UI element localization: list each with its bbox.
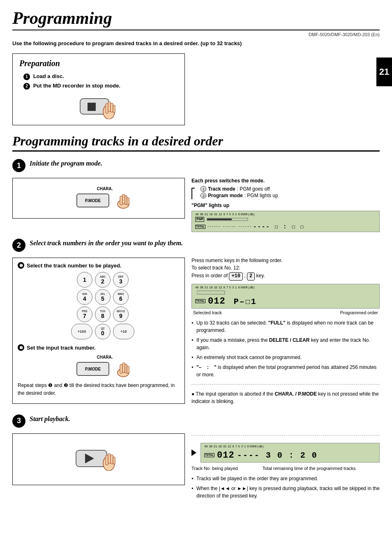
svg-rect-18	[127, 366, 129, 373]
level-meter-svg	[207, 218, 256, 221]
inline-key-2: 2	[247, 272, 255, 281]
svg-rect-8	[120, 196, 122, 205]
key-1[interactable]: 1	[77, 272, 92, 288]
step3-content: 40 30 21 18 15 12 9 7 5 3 1 0 OV	[12, 433, 380, 502]
pmode-button[interactable]: P.MODE	[76, 193, 109, 207]
track-select-text: To select track No. 12:	[191, 265, 380, 271]
play-button-illustration	[18, 438, 180, 479]
play-arrow-small	[191, 449, 196, 456]
key-0[interactable]: QZ 0	[95, 324, 111, 339]
step1-pmode-box: CHARA. P.MODE	[12, 178, 185, 219]
step2-total-label: TOTAL	[195, 299, 205, 303]
substep2-label: ❷ Set the input track number.	[18, 344, 180, 351]
keypad-row-0: 1 ABC 2 DEF 3	[77, 272, 129, 288]
key-6[interactable]: MNO 6	[113, 289, 129, 305]
mode2-num: ②	[201, 193, 206, 198]
svg-rect-19	[197, 291, 225, 294]
bullet-1: Up to 32 tracks can be selected. "FULL" …	[191, 319, 380, 334]
step2-keypad-box: ❶ Select the track number to be played. …	[12, 258, 185, 403]
svg-rect-9	[122, 194, 125, 204]
step2-display: 40 30 21 18 15 12 9 7 5 3 1 0 OVER (dB)	[191, 284, 380, 309]
substep2-pmode-button[interactable]: P.MODE	[76, 362, 109, 376]
step2-level-svg	[197, 290, 226, 295]
mode-switch-heading: Each press switches the mode.	[191, 178, 380, 184]
bullet-2: If you made a mistake, press the DELETE …	[191, 336, 380, 351]
keypad-row-1: GHI 4 JKL 5 MNO 6	[77, 289, 129, 305]
prep-steps: 1 Load a disc. 2 Put the MD recorder in …	[23, 71, 178, 91]
substep1-num: ❶	[18, 262, 24, 269]
prep-step2-num: 2	[23, 83, 30, 90]
substep1-label: ❶ Select the track number to be played.	[18, 262, 180, 269]
bullet-4: "– : " is displayed when the total progr…	[191, 364, 380, 378]
step3-display: 40 30 21 18 15 12 9 7 5 3 1 0 OV	[201, 443, 380, 463]
svg-rect-17	[125, 364, 127, 373]
step3-bullet-2: When the |◄◄ or ►►| key is pressed durin…	[191, 485, 380, 500]
intro-text: Use the following procedure to program d…	[12, 39, 380, 48]
key-2[interactable]: ABC 2	[95, 272, 111, 288]
svg-rect-5	[111, 103, 113, 112]
step3-block: 3 Start playback.	[12, 414, 380, 428]
svg-rect-23	[106, 455, 108, 465]
keypad-row-2: PRS 7 TUV 8 WXY/Z 9	[77, 306, 129, 322]
vertical-bracket	[191, 188, 195, 199]
step3-bullets: Tracks will be played in the order they …	[191, 475, 380, 500]
key-plus100[interactable]: +100	[71, 324, 92, 339]
svg-rect-3	[106, 104, 108, 113]
step2-bullets: Up to 32 tracks can be selected. "FULL" …	[191, 319, 380, 378]
press-text: Press numeric keys in the following orde…	[191, 258, 380, 263]
mode-item-1: ① Track mode : PGM goes off	[201, 186, 278, 192]
key-8[interactable]: TUV 8	[95, 306, 111, 322]
pmode-illustration: CHARA. P.MODE	[30, 187, 180, 209]
step3-top-meter: 40 30 21 18 15 12 9 7 5 3 1 0 OV	[204, 445, 376, 448]
step1-display: 40 30 21 18 15 12 9 7 5 3 1 0 OVER (dB) …	[191, 211, 380, 232]
step1-right: Each press switches the mode. ① Track mo…	[191, 178, 380, 234]
step3-total-label: TOTAL	[204, 453, 214, 457]
page-title: Programming	[12, 8, 380, 30]
page-number: 21	[376, 58, 392, 86]
step1-title: Initiate the program mode.	[30, 158, 102, 167]
svg-rect-15	[120, 364, 122, 373]
substep2-pmode: CHARA. P.MODE	[30, 355, 180, 378]
svg-rect-1	[88, 103, 96, 111]
pmode-label: P.MODE	[85, 198, 101, 203]
svg-rect-13	[207, 219, 232, 220]
stop-button-svg	[72, 94, 125, 119]
step2-left: ❶ Select the track number to be played. …	[12, 258, 185, 409]
substep2-chara-label: CHARA.	[97, 355, 113, 359]
svg-rect-4	[108, 102, 111, 112]
preparation-box: Preparation 1 Load a disc. 2 Put the MD …	[12, 53, 185, 126]
pmode-hand-svg	[113, 192, 133, 209]
step1-left: CHARA. P.MODE	[12, 178, 185, 234]
pgm-indicator: PGM	[195, 217, 204, 222]
key-9[interactable]: WXY/Z 9	[113, 306, 129, 322]
key-4[interactable]: GHI 4	[77, 289, 92, 305]
step1-content: CHARA. P.MODE Each press switches the m	[12, 178, 380, 234]
step2-block: 2 Select track numbers in the order you …	[12, 238, 380, 252]
mode-list: ① Track mode : PGM goes off ② Program mo…	[196, 186, 278, 199]
svg-rect-10	[125, 196, 127, 205]
key-plus10[interactable]: +10	[113, 324, 134, 339]
substep2-num: ❷	[18, 344, 24, 351]
bullet-3: An extremely shot track cannot be progra…	[191, 354, 380, 361]
inline-key-plus10: +10	[229, 272, 243, 281]
bracket-container: ① Track mode : PGM goes off ② Program mo…	[191, 186, 380, 199]
step3-right: 40 30 21 18 15 12 9 7 5 3 1 0 OV	[191, 433, 380, 502]
step2-top-meter: 40 30 21 18 15 12 9 7 5 3 1 0 OVER (dB)	[195, 286, 376, 289]
key-3[interactable]: DEF 3	[113, 272, 129, 288]
section-heading: Programming tracks in a desired order	[12, 134, 380, 152]
svg-rect-26	[113, 457, 115, 464]
model-label: DMF-5020/DMF-3020/MD-203 (En)	[12, 32, 380, 37]
key-7[interactable]: PRS 7	[77, 306, 92, 322]
prep-title: Preparation	[19, 59, 178, 68]
step2-title: Select track numbers in the order you wa…	[30, 238, 183, 247]
step3-left	[12, 433, 185, 502]
key-5[interactable]: JKL 5	[95, 289, 111, 305]
svg-rect-25	[111, 455, 113, 464]
step3-display-wrapper: 40 30 21 18 15 12 9 7 5 3 1 0 OV	[191, 441, 380, 471]
keypad-row-3: +100 QZ 0 +10	[71, 324, 134, 339]
svg-rect-6	[113, 105, 115, 113]
step3-bullet-1: Tracks will be played in the order they …	[191, 475, 380, 482]
stop-button-illustration	[19, 94, 178, 119]
step2-content: ❶ Select the track number to be played. …	[12, 258, 380, 409]
step2-right: Press numeric keys in the following orde…	[191, 258, 380, 409]
